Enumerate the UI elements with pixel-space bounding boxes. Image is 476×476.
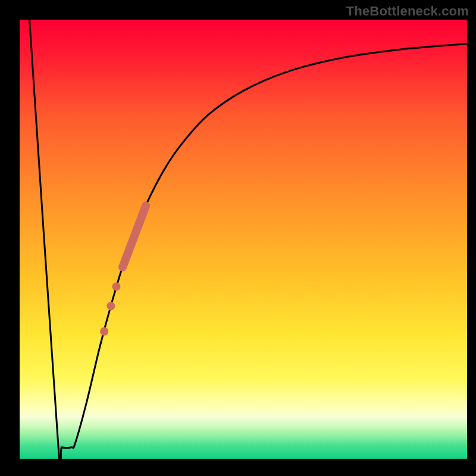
chart-frame: TheBottleneck.com (0, 0, 476, 476)
bottleneck-chart (20, 20, 467, 459)
gradient-background (20, 20, 467, 459)
plot-area (20, 20, 467, 459)
highlight-dot (107, 302, 115, 310)
watermark-text: TheBottleneck.com (346, 4, 469, 19)
highlight-dot (100, 327, 108, 336)
highlight-dot (112, 283, 120, 291)
